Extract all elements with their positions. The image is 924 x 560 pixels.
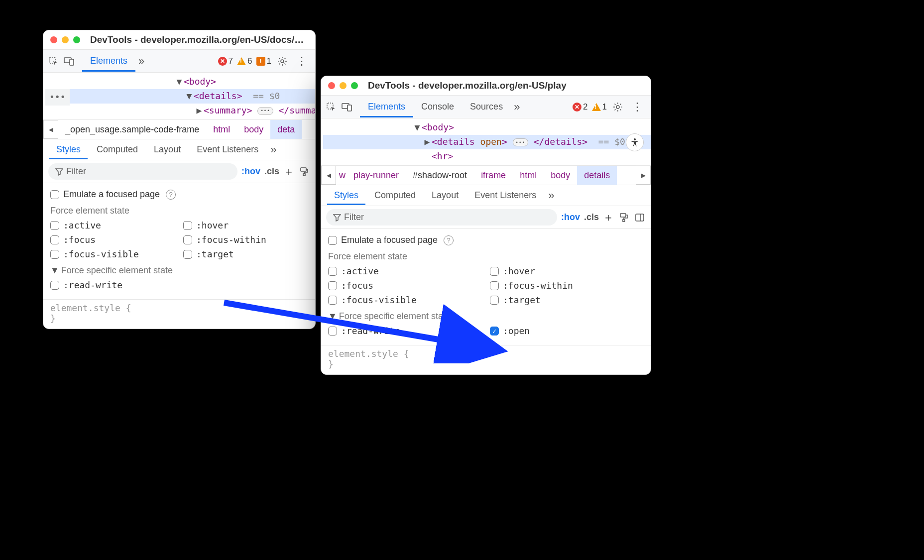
collapsed-node-icon[interactable]: ••• [513,138,528,146]
kebab-menu-icon[interactable]: ⋮ [629,101,646,113]
element-style-block[interactable]: element.style { } [43,299,315,329]
gear-icon[interactable] [611,100,625,114]
breadcrumb-item-html[interactable]: html [206,120,237,139]
inspect-element-icon[interactable] [324,100,338,114]
force-specific-state-heading[interactable]: ▼Force specific element state [50,261,308,278]
collapsed-node-icon[interactable]: ••• [257,107,273,115]
state-focus-visible-checkbox[interactable] [328,296,337,305]
breadcrumb[interactable]: ◂ w play-runner #shadow-root iframe html… [321,165,651,185]
breadcrumb-item-play-runner[interactable]: play-runner [346,166,406,185]
filter-row: Filter :hov .cls ＋ [43,160,315,183]
kebab-menu-icon[interactable]: ⋮ [293,55,310,68]
warnings-count[interactable]: 1 [592,102,607,112]
element-style-block[interactable]: element.style { } [321,345,651,374]
state-hover-checkbox[interactable] [490,267,499,276]
force-element-state-heading: Force element state [328,247,644,264]
breadcrumb-item-html[interactable]: html [513,166,544,185]
subtab-layout[interactable]: Layout [425,186,465,205]
state-target-checkbox[interactable] [490,296,499,305]
cls-toggle[interactable]: .cls [264,166,279,177]
breadcrumb-fragment[interactable]: w [336,166,346,185]
close-window-icon[interactable] [50,36,57,43]
gear-icon[interactable] [275,54,289,68]
subtab-styles[interactable]: Styles [327,186,365,205]
issues-count[interactable]: !1 [256,56,271,66]
window-traffic-lights [328,82,358,89]
state-focus-visible-checkbox[interactable] [50,250,59,259]
breadcrumb-prev-icon[interactable]: ◂ [43,120,58,139]
svg-rect-8 [347,105,351,111]
hov-toggle[interactable]: :hov [561,212,580,223]
errors-count[interactable]: ✕2 [573,102,587,112]
dom-tree[interactable]: ▼<body> ••• ▼<details> == $0 ▶<summary> … [43,73,315,119]
panel-tabs: Elements » [82,51,147,72]
dom-tree[interactable]: ▼<body> ▶<details open> ••• </details> =… [321,118,651,165]
breadcrumb-item-shadow-root[interactable]: #shadow-root [406,166,474,185]
new-rule-icon[interactable]: ＋ [603,210,614,225]
breadcrumb-item-details[interactable]: details [577,166,617,185]
breadcrumb-item-iframe[interactable]: iframe [474,166,513,185]
state-active-checkbox[interactable] [50,221,59,230]
minimize-window-icon[interactable] [62,36,69,43]
state-read-write-checkbox[interactable] [50,281,59,290]
breadcrumb-item-body[interactable]: body [237,120,270,139]
subtab-layout[interactable]: Layout [147,140,188,159]
cls-toggle[interactable]: .cls [584,212,599,223]
breadcrumb-item-details[interactable]: deta [270,120,302,139]
tab-elements[interactable]: Elements [360,97,413,117]
more-tabs-icon[interactable]: » [511,102,523,112]
breadcrumb[interactable]: ◂ _open_usage.sample-code-frame html bod… [43,119,315,139]
errors-count[interactable]: ✕7 [218,56,233,66]
panel-layout-icon[interactable] [634,212,646,224]
state-open-checkbox[interactable] [490,327,499,336]
tab-console[interactable]: Console [413,97,462,117]
new-rule-icon[interactable]: ＋ [283,164,294,179]
state-focus-checkbox[interactable] [328,281,337,290]
device-toggle-icon[interactable] [340,100,354,114]
emulate-focused-label: Emulate a focused page [341,235,438,245]
more-tabs-icon[interactable]: » [135,56,147,67]
inspect-element-icon[interactable] [46,54,60,68]
minimize-window-icon[interactable] [340,82,346,89]
breadcrumb-prev-icon[interactable]: ◂ [321,166,336,185]
subtab-event-listeners[interactable]: Event Listeners [190,140,265,159]
row-actions-icon[interactable]: ••• [45,89,70,106]
state-hover-checkbox[interactable] [183,221,192,230]
state-focus-within-checkbox[interactable] [490,281,499,290]
more-subtabs-icon[interactable]: » [545,190,557,201]
breadcrumb-item-body[interactable]: body [544,166,577,185]
help-icon[interactable]: ? [444,235,454,245]
accessibility-icon[interactable] [626,133,644,151]
force-specific-state-heading[interactable]: ▼Force specific element state [328,307,644,324]
state-focus-checkbox[interactable] [50,235,59,244]
subtab-styles[interactable]: Styles [49,140,88,159]
subtab-event-listeners[interactable]: Event Listeners [467,186,543,205]
state-read-write-checkbox[interactable] [328,327,337,336]
breadcrumb-fragment[interactable]: _open_usage.sample-code-frame [58,120,206,139]
emulate-focused-checkbox[interactable] [328,236,337,245]
zoom-window-icon[interactable] [73,36,80,43]
hov-toggle[interactable]: :hov [241,166,260,177]
zoom-window-icon[interactable] [351,82,358,89]
force-element-state-heading: Force element state [50,202,308,218]
paint-icon[interactable] [618,212,630,224]
device-toggle-icon[interactable] [62,54,76,68]
emulate-focused-checkbox[interactable] [50,190,59,199]
state-active-checkbox[interactable] [328,267,337,276]
tab-sources[interactable]: Sources [462,97,511,117]
help-icon[interactable]: ? [166,190,176,200]
paint-icon[interactable] [298,166,310,178]
filter-input[interactable]: Filter [326,209,557,225]
main-toolbar: Elements Console Sources » ✕2 1 ⋮ [321,96,651,118]
warnings-count[interactable]: 6 [237,56,252,66]
state-focus-within-checkbox[interactable] [183,235,192,244]
subtab-computed[interactable]: Computed [90,140,145,159]
more-subtabs-icon[interactable]: » [267,144,279,155]
tab-elements[interactable]: Elements [82,51,135,72]
filter-input[interactable]: Filter [48,163,237,180]
titlebar: DevTools - developer.mozilla.org/en-US/d… [43,30,315,50]
close-window-icon[interactable] [328,82,335,89]
state-target-checkbox[interactable] [183,250,192,259]
subtab-computed[interactable]: Computed [367,186,423,205]
breadcrumb-next-icon[interactable]: ▸ [636,166,651,185]
